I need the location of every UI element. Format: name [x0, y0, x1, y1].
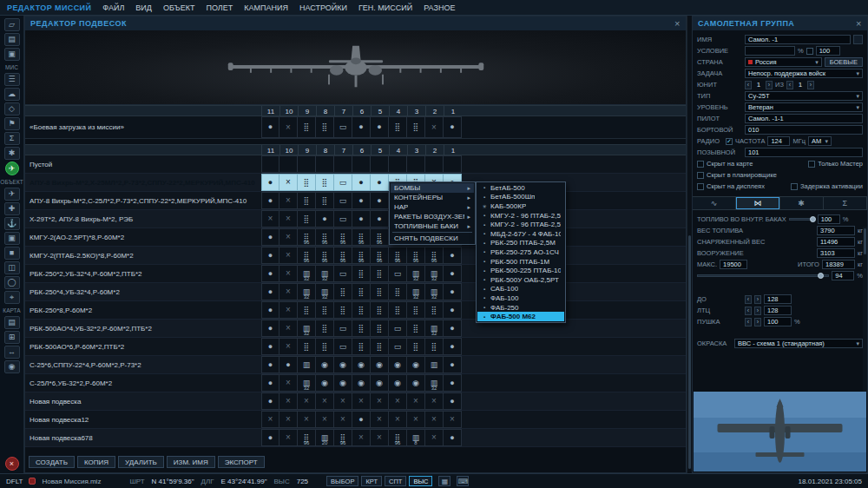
pylon-cell[interactable]: ◉: [352, 356, 371, 373]
pylon-cell[interactable]: ●: [352, 192, 371, 209]
context-menu-item[interactable]: ТОПЛИВНЫЕ БАКИ▸: [391, 221, 474, 231]
pylon-cell[interactable]: ▥: [425, 356, 444, 373]
pylon-cell[interactable]: ⣿: [371, 301, 389, 319]
pylon-cell[interactable]: ⣿: [334, 301, 352, 319]
static-icon[interactable]: ■: [4, 247, 20, 260]
grid-icon[interactable]: ⊞: [4, 331, 20, 344]
preset-row[interactable]: С-25*6,СППУ-22*4,Р-60М*2,Р-73*2●●▥◉◉◉◉◉◉…: [25, 356, 686, 374]
keyboard-icon[interactable]: ⌨: [457, 476, 469, 486]
pylon-cell[interactable]: ▥32: [316, 283, 334, 300]
task-dropdown[interactable]: Непоср. поддержка войск: [745, 69, 863, 78]
pylon-cell[interactable]: ●: [261, 192, 279, 209]
pylon-cell[interactable]: ▥8: [407, 429, 425, 446]
pylon-cell[interactable]: ●: [261, 338, 279, 355]
load-percent-input[interactable]: 94: [832, 271, 854, 280]
pylon-cell[interactable]: ⣿: [352, 320, 371, 337]
pylon-cell[interactable]: ⣿96: [389, 429, 407, 446]
pylon-cell[interactable]: ◉: [389, 374, 407, 392]
menubar-item[interactable]: ОБЪЕКТ: [163, 3, 194, 12]
pylon-cell[interactable]: ×: [334, 411, 352, 428]
pylon-cell[interactable]: ◉: [334, 374, 352, 392]
pylon-cell[interactable]: ⣿: [407, 338, 425, 355]
pylon-cell[interactable]: ●: [444, 265, 462, 282]
pylon-cell[interactable]: ●: [316, 210, 334, 228]
pylon-cell[interactable]: ▭: [334, 210, 352, 228]
pylon-cell[interactable]: ⣿: [316, 192, 334, 209]
menubar-item[interactable]: ФАЙЛ: [102, 3, 124, 12]
delete-button[interactable]: УДАЛИТЬ: [118, 456, 164, 468]
display-mode-icon[interactable]: ▦: [438, 476, 450, 486]
pylon-cell[interactable]: ×: [371, 429, 389, 446]
pylon-cell[interactable]: ▭: [389, 265, 407, 282]
pylon-cell[interactable]: ×: [279, 116, 298, 138]
pylon-cell[interactable]: ●: [352, 174, 371, 191]
zone-icon[interactable]: ◯: [4, 276, 20, 289]
create-button[interactable]: СОЗДАТЬ: [29, 456, 75, 468]
menubar-item[interactable]: ПОЛЕТ: [206, 3, 233, 12]
pylon-cell[interactable]: ●: [352, 411, 371, 428]
pylon-cell[interactable]: ⣿: [407, 320, 425, 337]
pylon-cell[interactable]: ▭: [389, 338, 407, 355]
pylon-cell[interactable]: ●: [261, 356, 279, 373]
pylon-cell[interactable]: ●: [261, 320, 279, 337]
context-submenu-item[interactable]: ▪РБК-500-225 ПТАБ-10-5: [477, 266, 564, 275]
pylon-cell[interactable]: ×: [279, 429, 298, 446]
pylon-cell[interactable]: ⣿96: [316, 228, 334, 246]
pylon-cell[interactable]: ×: [407, 411, 425, 428]
pylon-cell[interactable]: ×: [425, 392, 444, 410]
radio-checkbox[interactable]: [726, 138, 733, 145]
pylon-cell[interactable]: ⣿96: [389, 247, 407, 264]
summary-tab-icon[interactable]: Σ: [824, 197, 867, 209]
pylon-cell[interactable]: ▭: [334, 174, 352, 191]
stepper-increment-icon[interactable]: ›: [807, 81, 814, 89]
pylon-cell[interactable]: ⣿: [389, 283, 407, 300]
gun-increment-icon[interactable]: ›: [754, 318, 761, 326]
context-menu-item[interactable]: БОМБЫ▸: [391, 183, 474, 193]
measure-icon[interactable]: ⌖: [4, 291, 20, 304]
pylon-cell[interactable]: ⣿: [371, 265, 389, 282]
preset-row[interactable]: РБК-250*2,УБ-32*4,Р-60М*2,ПТБ*2●×▥32▥32▭…: [25, 265, 686, 283]
pylon-cell[interactable]: ⣿: [371, 320, 389, 337]
pylon-cell[interactable]: ▥32: [407, 265, 425, 282]
pylon-cell[interactable]: ×: [279, 392, 298, 410]
pylon-cell[interactable]: [316, 155, 334, 173]
name-list-button[interactable]: [853, 35, 863, 44]
pylon-cell[interactable]: ▭: [334, 338, 352, 355]
vehicle-icon[interactable]: ▣: [4, 232, 20, 245]
pylon-cell[interactable]: ×: [279, 192, 298, 209]
livery-dropdown[interactable]: ВВС - схема 1 (стандартная): [734, 339, 863, 348]
pylon-cell[interactable]: ⣿96: [298, 228, 316, 246]
pylon-cell[interactable]: ●: [444, 320, 462, 337]
pylon-cell[interactable]: ⣿: [298, 192, 316, 209]
aircraft-type-dropdown[interactable]: Су-25Т: [745, 91, 863, 101]
pylon-cell[interactable]: ⣿: [371, 283, 389, 300]
center-icon[interactable]: ◉: [4, 360, 20, 373]
pylon-cell[interactable]: ●: [261, 429, 279, 446]
hidden-in-planner-checkbox[interactable]: [697, 172, 704, 179]
pylon-cell[interactable]: ⣿: [298, 301, 316, 319]
context-submenu-item[interactable]: ▪КМГУ-2 - 96 ПТАБ-2,5РТ: [477, 220, 564, 229]
pylon-cell[interactable]: ×: [425, 116, 444, 138]
pylon-cell[interactable]: ⣿: [298, 116, 316, 138]
pylon-cell[interactable]: ⣿: [425, 338, 444, 355]
pylon-cell[interactable]: ⣿: [298, 174, 316, 191]
pylon-cell[interactable]: ⣿: [298, 338, 316, 355]
pylon-cell[interactable]: ▥32: [425, 320, 444, 337]
pylon-cell[interactable]: ▭: [334, 116, 352, 138]
preset-row[interactable]: Новая подвеска678●×⣿96▥20⣿96××⣿96▥8×●: [25, 429, 686, 447]
tail-number-input[interactable]: 010: [745, 125, 863, 135]
preset-row[interactable]: РБК-250*4,УБ-32*4,Р-60М*2●×▥32▥32⣿⣿⣿⣿▥32…: [25, 283, 686, 301]
mission-loadout-row[interactable]: «Боевая загрузка из миссии» ●×⣿⣿▭●●⣿⣿×●: [25, 116, 686, 139]
preset-row[interactable]: КМГУ-2(ПТАБ-2.5КО)*8,Р-60М*2●×⣿96⣿96⣿96⣿…: [25, 247, 686, 265]
pylon-cell[interactable]: ◉: [352, 374, 371, 392]
airplane-icon[interactable]: ✈: [4, 188, 20, 201]
pylon-cell[interactable]: [352, 155, 371, 173]
pylon-cell[interactable]: ▥32: [298, 374, 316, 392]
new-file-icon[interactable]: ▱: [4, 18, 20, 31]
pylon-cell[interactable]: ●: [261, 247, 279, 264]
pylon-cell[interactable]: ◉: [371, 374, 389, 392]
pylon-cell[interactable]: ⣿: [407, 116, 425, 138]
pylon-cell[interactable]: ●: [371, 192, 389, 209]
close-icon[interactable]: ×: [674, 18, 681, 29]
pylon-cell[interactable]: ▥20: [316, 429, 334, 446]
